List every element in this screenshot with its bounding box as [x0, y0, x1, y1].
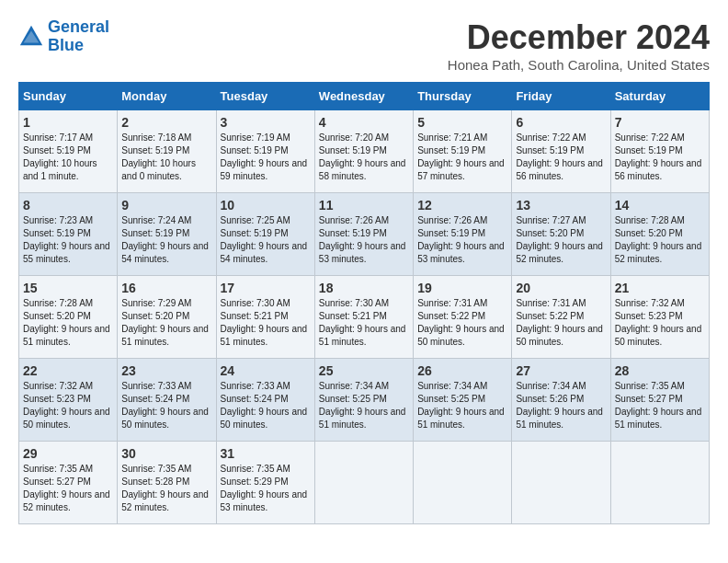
- calendar-day-cell: 25 Sunrise: 7:34 AM Sunset: 5:25 PM Dayl…: [314, 359, 413, 442]
- day-info: Sunrise: 7:19 AM Sunset: 5:19 PM Dayligh…: [221, 132, 311, 183]
- day-of-week-header: Saturday: [610, 83, 709, 110]
- location: Honea Path, South Carolina, United State…: [448, 57, 710, 73]
- calendar-day-cell: 5 Sunrise: 7:21 AM Sunset: 5:19 PM Dayli…: [414, 110, 512, 193]
- day-number: 21: [615, 281, 705, 295]
- day-number: 14: [615, 198, 705, 213]
- calendar-day-cell: 21 Sunrise: 7:32 AM Sunset: 5:23 PM Dayl…: [610, 276, 709, 359]
- day-info: Sunrise: 7:22 AM Sunset: 5:19 PM Dayligh…: [516, 132, 606, 183]
- day-info: Sunrise: 7:35 AM Sunset: 5:29 PM Dayligh…: [221, 463, 311, 514]
- day-number: 3: [221, 115, 311, 130]
- day-number: 19: [417, 281, 507, 295]
- calendar-day-cell: 29 Sunrise: 7:35 AM Sunset: 5:27 PM Dayl…: [19, 442, 118, 524]
- calendar-day-cell: 6 Sunrise: 7:22 AM Sunset: 5:19 PM Dayli…: [512, 110, 610, 193]
- calendar-day-cell: 13 Sunrise: 7:27 AM Sunset: 5:20 PM Dayl…: [512, 193, 610, 276]
- day-info: Sunrise: 7:21 AM Sunset: 5:19 PM Dayligh…: [417, 132, 507, 183]
- day-info: Sunrise: 7:24 AM Sunset: 5:19 PM Dayligh…: [121, 214, 211, 266]
- calendar-day-cell: 4 Sunrise: 7:20 AM Sunset: 5:19 PM Dayli…: [314, 110, 413, 193]
- day-info: Sunrise: 7:27 AM Sunset: 5:20 PM Dayligh…: [516, 214, 606, 266]
- day-number: 16: [121, 281, 211, 295]
- calendar-day-cell: 24 Sunrise: 7:33 AM Sunset: 5:24 PM Dayl…: [216, 359, 314, 442]
- calendar-day-cell: [414, 442, 512, 524]
- logo: General Blue: [18, 18, 109, 55]
- logo-icon: [18, 24, 44, 50]
- day-info: Sunrise: 7:33 AM Sunset: 5:24 PM Dayligh…: [221, 380, 311, 431]
- day-number: 27: [516, 363, 606, 378]
- day-number: 20: [516, 281, 606, 295]
- calendar-day-cell: 3 Sunrise: 7:19 AM Sunset: 5:19 PM Dayli…: [216, 110, 314, 193]
- month-title: December 2024: [448, 18, 710, 57]
- day-info: Sunrise: 7:20 AM Sunset: 5:19 PM Dayligh…: [319, 132, 409, 183]
- calendar-day-cell: 10 Sunrise: 7:25 AM Sunset: 5:19 PM Dayl…: [216, 193, 314, 276]
- day-info: Sunrise: 7:26 AM Sunset: 5:19 PM Dayligh…: [417, 214, 507, 266]
- day-info: Sunrise: 7:28 AM Sunset: 5:20 PM Dayligh…: [23, 297, 113, 349]
- day-of-week-header: Tuesday: [216, 83, 314, 110]
- calendar-body: 1 Sunrise: 7:17 AM Sunset: 5:19 PM Dayli…: [19, 110, 710, 524]
- title-block: December 2024 Honea Path, South Carolina…: [448, 18, 710, 73]
- calendar-day-cell: 15 Sunrise: 7:28 AM Sunset: 5:20 PM Dayl…: [19, 276, 118, 359]
- calendar-day-cell: 8 Sunrise: 7:23 AM Sunset: 5:19 PM Dayli…: [19, 193, 118, 276]
- day-number: 29: [23, 446, 113, 461]
- calendar-week-row: 1 Sunrise: 7:17 AM Sunset: 5:19 PM Dayli…: [19, 110, 710, 193]
- calendar-day-cell: 16 Sunrise: 7:29 AM Sunset: 5:20 PM Dayl…: [118, 276, 216, 359]
- day-number: 17: [221, 281, 311, 295]
- calendar-day-cell: 1 Sunrise: 7:17 AM Sunset: 5:19 PM Dayli…: [19, 110, 118, 193]
- calendar-day-cell: [512, 442, 610, 524]
- day-number: 26: [417, 363, 507, 378]
- calendar-day-cell: 11 Sunrise: 7:26 AM Sunset: 5:19 PM Dayl…: [314, 193, 413, 276]
- calendar-day-cell: 2 Sunrise: 7:18 AM Sunset: 5:19 PM Dayli…: [118, 110, 216, 193]
- day-of-week-header: Thursday: [414, 83, 512, 110]
- logo-line2: Blue: [48, 36, 84, 54]
- day-number: 15: [23, 281, 113, 295]
- calendar-table: SundayMondayTuesdayWednesdayThursdayFrid…: [18, 82, 710, 524]
- day-info: Sunrise: 7:30 AM Sunset: 5:21 PM Dayligh…: [221, 297, 311, 349]
- calendar-day-cell: 19 Sunrise: 7:31 AM Sunset: 5:22 PM Dayl…: [414, 276, 512, 359]
- day-info: Sunrise: 7:35 AM Sunset: 5:28 PM Dayligh…: [121, 463, 211, 514]
- day-of-week-header: Monday: [118, 83, 216, 110]
- day-info: Sunrise: 7:22 AM Sunset: 5:19 PM Dayligh…: [615, 132, 705, 183]
- calendar-week-row: 15 Sunrise: 7:28 AM Sunset: 5:20 PM Dayl…: [19, 276, 710, 359]
- day-number: 28: [615, 363, 705, 378]
- logo-line1: General: [48, 17, 109, 36]
- calendar-day-cell: 20 Sunrise: 7:31 AM Sunset: 5:22 PM Dayl…: [512, 276, 610, 359]
- day-number: 2: [121, 115, 211, 130]
- day-info: Sunrise: 7:34 AM Sunset: 5:25 PM Dayligh…: [417, 380, 507, 431]
- calendar-day-cell: 7 Sunrise: 7:22 AM Sunset: 5:19 PM Dayli…: [610, 110, 709, 193]
- day-info: Sunrise: 7:33 AM Sunset: 5:24 PM Dayligh…: [121, 380, 211, 431]
- day-info: Sunrise: 7:32 AM Sunset: 5:23 PM Dayligh…: [23, 380, 113, 431]
- day-number: 25: [319, 363, 409, 378]
- day-number: 6: [516, 115, 606, 130]
- day-info: Sunrise: 7:25 AM Sunset: 5:19 PM Dayligh…: [221, 214, 311, 266]
- day-info: Sunrise: 7:31 AM Sunset: 5:22 PM Dayligh…: [516, 297, 606, 349]
- calendar-day-cell: 12 Sunrise: 7:26 AM Sunset: 5:19 PM Dayl…: [414, 193, 512, 276]
- day-number: 31: [221, 446, 311, 461]
- calendar-day-cell: 14 Sunrise: 7:28 AM Sunset: 5:20 PM Dayl…: [610, 193, 709, 276]
- day-info: Sunrise: 7:30 AM Sunset: 5:21 PM Dayligh…: [319, 297, 409, 349]
- day-info: Sunrise: 7:28 AM Sunset: 5:20 PM Dayligh…: [615, 214, 705, 266]
- day-info: Sunrise: 7:17 AM Sunset: 5:19 PM Dayligh…: [23, 132, 113, 183]
- day-number: 4: [319, 115, 409, 130]
- calendar-day-cell: 31 Sunrise: 7:35 AM Sunset: 5:29 PM Dayl…: [216, 442, 314, 524]
- day-of-week-header: Friday: [512, 83, 610, 110]
- logo-text: General Blue: [48, 18, 109, 55]
- day-number: 12: [417, 198, 507, 213]
- day-info: Sunrise: 7:23 AM Sunset: 5:19 PM Dayligh…: [23, 214, 113, 266]
- day-number: 5: [417, 115, 507, 130]
- calendar-day-cell: 9 Sunrise: 7:24 AM Sunset: 5:19 PM Dayli…: [118, 193, 216, 276]
- calendar-day-cell: [610, 442, 709, 524]
- day-number: 23: [121, 363, 211, 378]
- day-info: Sunrise: 7:18 AM Sunset: 5:19 PM Dayligh…: [121, 132, 211, 183]
- day-info: Sunrise: 7:35 AM Sunset: 5:27 PM Dayligh…: [615, 380, 705, 431]
- day-number: 18: [319, 281, 409, 295]
- day-number: 7: [615, 115, 705, 130]
- calendar-day-cell: 27 Sunrise: 7:34 AM Sunset: 5:26 PM Dayl…: [512, 359, 610, 442]
- day-info: Sunrise: 7:34 AM Sunset: 5:25 PM Dayligh…: [319, 380, 409, 431]
- day-number: 10: [221, 198, 311, 213]
- day-info: Sunrise: 7:26 AM Sunset: 5:19 PM Dayligh…: [319, 214, 409, 266]
- calendar-day-cell: 23 Sunrise: 7:33 AM Sunset: 5:24 PM Dayl…: [118, 359, 216, 442]
- calendar-day-cell: 22 Sunrise: 7:32 AM Sunset: 5:23 PM Dayl…: [19, 359, 118, 442]
- day-info: Sunrise: 7:34 AM Sunset: 5:26 PM Dayligh…: [516, 380, 606, 431]
- day-of-week-header: Sunday: [19, 83, 118, 110]
- calendar-week-row: 22 Sunrise: 7:32 AM Sunset: 5:23 PM Dayl…: [19, 359, 710, 442]
- calendar-week-row: 8 Sunrise: 7:23 AM Sunset: 5:19 PM Dayli…: [19, 193, 710, 276]
- day-info: Sunrise: 7:35 AM Sunset: 5:27 PM Dayligh…: [23, 463, 113, 514]
